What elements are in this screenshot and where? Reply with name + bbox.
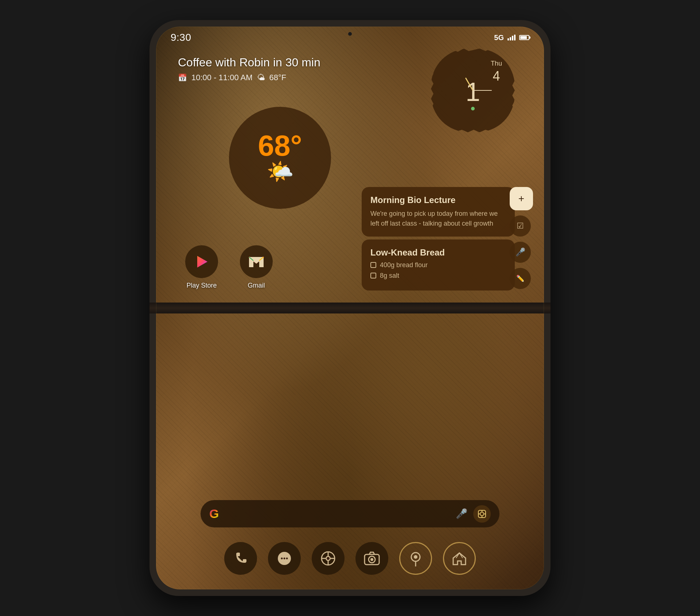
messages-icon <box>277 551 292 566</box>
calendar-icon: 📅 <box>178 73 187 82</box>
search-lens-button[interactable] <box>473 505 491 523</box>
camera-dot <box>348 32 352 36</box>
play-store-label: Play Store <box>186 282 217 289</box>
svg-rect-0 <box>508 38 509 40</box>
mic-icon: 🎤 <box>516 247 525 257</box>
gmail-label: Gmail <box>248 282 265 289</box>
check-icon: ☑ <box>517 221 524 231</box>
gmail-icon-bg <box>240 245 273 278</box>
dock-messages[interactable] <box>268 542 301 575</box>
dock-camera[interactable] <box>355 542 388 575</box>
svg-point-26 <box>414 555 417 559</box>
dock-phone[interactable] <box>224 542 257 575</box>
svg-point-17 <box>327 557 330 560</box>
phone-hinge <box>149 303 551 313</box>
svg-rect-2 <box>512 36 513 40</box>
clock-day: Thu <box>491 59 502 68</box>
app-icons-area: Play Store Gmail <box>185 245 273 289</box>
clock-minute-hand <box>473 90 492 91</box>
checkbox-2 <box>370 273 376 278</box>
note-2-title: Low-Knead Bread <box>370 247 506 258</box>
play-store-icon <box>194 254 209 269</box>
svg-point-13 <box>284 558 285 560</box>
note-2-item-2-text: 8g salt <box>380 272 399 280</box>
svg-point-6 <box>480 512 484 516</box>
calendar-weather: 68°F <box>269 73 287 82</box>
chrome-icon <box>320 550 336 566</box>
add-note-button[interactable]: + <box>510 187 533 210</box>
weather-temp-small: 🌤 <box>257 73 265 82</box>
dock-home[interactable] <box>443 542 476 575</box>
dock-chrome[interactable] <box>312 542 345 575</box>
status-bar: 9:30 5G <box>156 27 544 48</box>
voice-button[interactable]: 🎤 <box>510 242 531 263</box>
dock-maps[interactable] <box>399 542 432 575</box>
status-time: 9:30 <box>171 32 191 43</box>
side-action-buttons: + ☑ 🎤 ✏️ <box>510 187 533 289</box>
note-2-item-2: 8g salt <box>370 272 506 280</box>
calendar-time-range: 10:00 - 11:00 AM <box>191 73 253 82</box>
note-card-2[interactable]: Low-Knead Bread 400g bread flour 8g salt <box>362 239 515 291</box>
weather-temperature: 68° <box>258 131 302 160</box>
clock-widget[interactable]: Thu 4 1 <box>431 48 515 132</box>
signal-bars-icon <box>508 35 516 40</box>
notes-widget[interactable]: Morning Bio Lecture We're going to pick … <box>362 187 515 293</box>
maps-icon <box>408 550 423 566</box>
edit-icon: ✏️ <box>516 274 524 282</box>
status-icons: 5G <box>494 34 529 42</box>
app-icon-pair: Play Store Gmail <box>185 245 273 289</box>
camera-icon <box>364 551 380 565</box>
svg-point-12 <box>281 558 283 560</box>
note-2-item-1: 400g bread flour <box>370 261 506 269</box>
checkbox-1 <box>370 262 376 268</box>
weather-widget[interactable]: 68° 🌤️ <box>229 107 331 209</box>
note-2-item-1-text: 400g bread flour <box>380 261 428 269</box>
svg-rect-3 <box>514 35 516 40</box>
clock-indicator-dot <box>471 107 475 110</box>
calendar-event-details: 📅 10:00 - 11:00 AM 🌤 68°F <box>178 73 320 82</box>
svg-marker-4 <box>197 256 207 268</box>
calendar-widget[interactable]: Coffee with Robin in 30 min 📅 10:00 - 11… <box>178 56 320 82</box>
play-store-app[interactable]: Play Store <box>185 245 218 289</box>
svg-point-24 <box>370 558 373 561</box>
calendar-event-title: Coffee with Robin in 30 min <box>178 56 320 69</box>
weather-icon: 🌤️ <box>267 159 294 184</box>
dock <box>224 542 476 575</box>
clock-background: Thu 4 1 <box>431 48 515 132</box>
battery-icon <box>519 35 529 40</box>
note-1-title: Morning Bio Lecture <box>370 195 506 205</box>
battery-fill <box>520 36 527 39</box>
gmail-app[interactable]: Gmail <box>240 245 273 289</box>
check-button[interactable]: ☑ <box>510 215 531 237</box>
play-store-icon-bg <box>185 245 218 278</box>
google-logo: G <box>209 507 219 521</box>
search-bar[interactable]: G 🎤 <box>201 500 499 527</box>
home-icon <box>452 551 467 566</box>
phone-icon <box>233 551 248 566</box>
svg-point-14 <box>286 558 288 560</box>
lens-icon <box>478 510 486 518</box>
edit-button[interactable]: ✏️ <box>510 268 531 289</box>
svg-rect-1 <box>510 37 511 40</box>
note-card-1[interactable]: Morning Bio Lecture We're going to pick … <box>362 187 515 237</box>
network-indicator: 5G <box>494 34 504 42</box>
clock-face: 1 <box>451 69 495 112</box>
gmail-icon <box>248 256 264 268</box>
search-mic-icon[interactable]: 🎤 <box>456 508 467 519</box>
note-1-body: We're going to pick up today from where … <box>370 209 506 229</box>
phone-device: 9:30 5G Coffee with Robin in 30 min 📅 10… <box>149 20 551 596</box>
